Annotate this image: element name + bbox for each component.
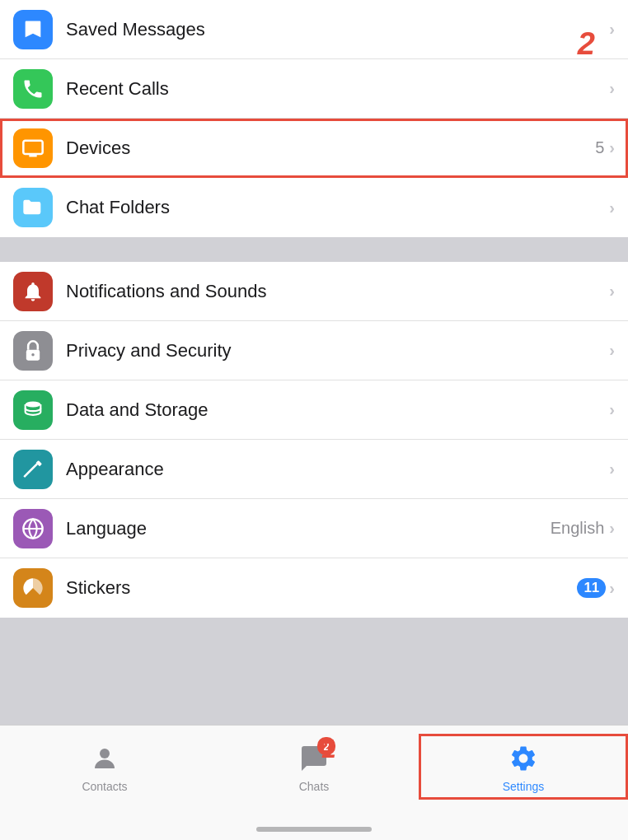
- recent-calls-icon: [13, 69, 53, 109]
- annotation-2: 2: [578, 26, 595, 62]
- privacy-icon: [13, 331, 53, 371]
- stickers-icon: [13, 568, 53, 608]
- saved-messages-label: Saved Messages: [66, 19, 609, 40]
- devices-icon: [13, 128, 53, 168]
- data-storage-label: Data and Storage: [66, 399, 609, 421]
- section-group-1: Saved Messages › Recent Calls › 2 Device…: [0, 0, 628, 237]
- data-storage-chevron: ›: [609, 400, 615, 419]
- tab-bar: Contacts 2 Chats Settings 1: [0, 725, 628, 840]
- saved-messages-chevron: ›: [609, 20, 615, 39]
- appearance-label: Appearance: [66, 459, 609, 480]
- privacy-chevron: ›: [609, 341, 615, 360]
- language-value: English: [551, 519, 605, 538]
- contacts-icon: [87, 740, 123, 777]
- recent-calls-label: Recent Calls: [66, 78, 609, 100]
- chat-folders-chevron: ›: [609, 198, 615, 217]
- settings-icon: [505, 740, 541, 777]
- settings-label: Settings: [503, 780, 545, 793]
- language-icon: [13, 509, 53, 548]
- appearance-icon: [13, 450, 53, 489]
- devices-item[interactable]: Devices 5 ›: [0, 119, 628, 178]
- divider-1: [0, 237, 628, 262]
- privacy-item[interactable]: Privacy and Security ›: [0, 321, 628, 380]
- saved-messages-icon: [13, 10, 53, 49]
- tab-settings[interactable]: Settings: [419, 734, 628, 800]
- notifications-item[interactable]: Notifications and Sounds ›: [0, 262, 628, 321]
- stickers-chevron: ›: [609, 579, 615, 598]
- language-chevron: ›: [609, 519, 615, 538]
- language-label: Language: [66, 518, 551, 539]
- chats-label: Chats: [299, 780, 330, 793]
- data-storage-icon: [13, 390, 53, 430]
- recent-calls-item[interactable]: Recent Calls › 2: [0, 59, 628, 119]
- notifications-label: Notifications and Sounds: [66, 281, 609, 302]
- devices-label: Devices: [66, 138, 595, 159]
- contacts-label: Contacts: [82, 780, 127, 793]
- privacy-label: Privacy and Security: [66, 340, 609, 362]
- stickers-item[interactable]: Stickers 11 ›: [0, 558, 628, 618]
- stickers-label: Stickers: [66, 577, 577, 599]
- data-storage-item[interactable]: Data and Storage ›: [0, 380, 628, 440]
- chat-folders-label: Chat Folders: [66, 197, 609, 218]
- svg-rect-0: [23, 140, 42, 153]
- svg-point-2: [31, 352, 35, 356]
- appearance-chevron: ›: [609, 460, 615, 478]
- notifications-chevron: ›: [609, 282, 615, 301]
- svg-point-3: [26, 401, 41, 407]
- annotation-1: 1: [321, 734, 336, 764]
- chat-folders-item[interactable]: Chat Folders ›: [0, 178, 628, 237]
- devices-value: 5: [595, 138, 604, 157]
- settings-list: Saved Messages › Recent Calls › 2 Device…: [0, 0, 628, 618]
- recent-calls-chevron: ›: [609, 79, 615, 98]
- stickers-badge: 11: [577, 578, 606, 598]
- tab-contacts[interactable]: Contacts: [0, 734, 209, 800]
- notifications-icon: [13, 272, 53, 311]
- chat-folders-icon: [13, 188, 53, 227]
- section-group-2: Notifications and Sounds › Privacy and S…: [0, 262, 628, 618]
- home-indicator: [256, 827, 372, 832]
- saved-messages-item[interactable]: Saved Messages ›: [0, 0, 628, 59]
- appearance-item[interactable]: Appearance ›: [0, 440, 628, 499]
- svg-point-5: [100, 749, 110, 758]
- language-item[interactable]: Language English ›: [0, 499, 628, 558]
- tab-chats[interactable]: 2 Chats: [209, 734, 419, 800]
- devices-chevron: ›: [609, 138, 615, 157]
